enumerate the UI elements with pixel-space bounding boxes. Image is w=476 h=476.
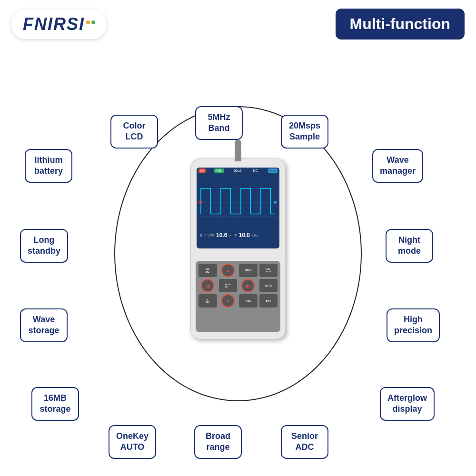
- feature-box-afterglow-display: Afterglowdisplay: [380, 387, 435, 421]
- waveform-svg: [198, 176, 278, 229]
- feature-box-16mb-storage: 16MBstorage: [31, 387, 79, 421]
- feature-box-wave-storage: Wavestorage: [20, 308, 68, 342]
- header: FNIRSI Multi-function: [0, 0, 476, 44]
- freq-unit: v: [229, 233, 231, 238]
- screen-topbar: 5V RUN 50uS DC Auto: [197, 168, 279, 174]
- btn-acdc[interactable]: ACDC: [198, 264, 217, 277]
- device-screen: 5V RUN 50uS DC Auto: [197, 168, 279, 248]
- btn-right[interactable]: ▶: [241, 279, 255, 292]
- screen-label-5v: 5V: [198, 169, 206, 173]
- screen-label-50us: 50uS: [232, 169, 243, 173]
- title-badge: Multi-function: [336, 9, 465, 40]
- screen-bottom: ⊕ f VPP 10.6 v F 10.0 kHz: [197, 231, 279, 239]
- svg-point-6: [199, 201, 202, 204]
- feature-box-wave-manager: Wavemanager: [372, 149, 423, 183]
- feature-box-night-mode: Nightmode: [386, 229, 433, 263]
- btn-trig[interactable]: TRIG: [239, 294, 258, 307]
- btn-up[interactable]: ▲: [221, 264, 235, 277]
- feature-box-high-precision: Highprecision: [387, 308, 440, 342]
- dot-green: [91, 20, 95, 24]
- dot-orange: [86, 20, 90, 24]
- feature-box-20msps-sample: 20MspsSample: [281, 115, 328, 149]
- logo-text: FNIRSI: [23, 14, 85, 34]
- antenna: [235, 140, 241, 161]
- screen-label-dc: DC: [252, 169, 259, 173]
- btn-50pct[interactable]: 50%: [259, 294, 278, 307]
- feature-box-broad-range: Broadrange: [194, 425, 242, 459]
- device: 5V RUN 50uS DC Auto: [186, 159, 290, 349]
- logo: FNIRSI: [11, 10, 107, 39]
- feature-box-long-standby: Longstandby: [20, 229, 68, 263]
- feature-box-lithium-battery: lithiumbattery: [25, 149, 72, 183]
- btn-auto[interactable]: AUTO: [259, 279, 278, 292]
- screen-label-run: RUN: [214, 169, 224, 173]
- freq-value: 10.6: [216, 232, 227, 238]
- device-body: 5V RUN 50uS DC Auto: [190, 159, 286, 339]
- logo-dots: [86, 20, 95, 24]
- screen-label-auto: Auto: [268, 169, 278, 173]
- svg-point-7: [274, 201, 277, 204]
- freq2-value: 10.0: [239, 232, 250, 238]
- feature-box-senior-adc: SeniorADC: [281, 425, 328, 459]
- feature-box-5mhz-band: 5MHzBand: [195, 106, 243, 140]
- btn-down[interactable]: ▼: [221, 294, 235, 307]
- btn-left[interactable]: ◀: [201, 279, 214, 292]
- btn-runstop[interactable]: RUNSTOP: [259, 264, 278, 277]
- freq2-unit: kHz: [252, 233, 258, 238]
- btn-modeok[interactable]: MODEOK: [219, 279, 238, 292]
- btn-1x10x[interactable]: 1X10X: [198, 294, 217, 307]
- btn-menu[interactable]: MENU: [239, 264, 258, 277]
- feature-box-color-lcd: ColorLCD: [110, 115, 158, 149]
- feature-box-onekey-auto: OneKeyAUTO: [109, 425, 156, 459]
- waveform-area: [197, 174, 279, 231]
- main-content: 5V RUN 50uS DC Auto: [0, 44, 476, 463]
